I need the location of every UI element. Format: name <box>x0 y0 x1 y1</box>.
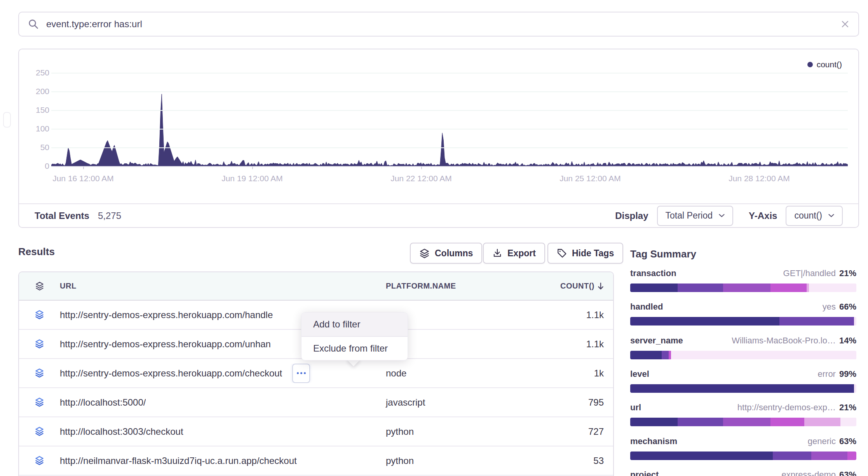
tag-bar-segment[interactable] <box>773 452 811 460</box>
tag-bar-segment[interactable] <box>854 317 856 326</box>
url-cell[interactable]: http://localhost:5000/ <box>60 397 146 408</box>
tag-name: mechanism <box>630 436 677 446</box>
tag-bar-segment[interactable] <box>847 452 856 460</box>
count-cell: 1.1k <box>537 339 613 350</box>
tag-distribution-bar[interactable] <box>630 351 856 359</box>
tag-bar-segment[interactable] <box>811 452 847 460</box>
search-input[interactable] <box>45 18 840 30</box>
tag-bar-segment[interactable] <box>770 418 804 426</box>
tag-bar-segment[interactable] <box>723 418 770 426</box>
tag-block: level error 99% <box>630 369 856 393</box>
search-icon <box>28 18 39 30</box>
tag-bar-segment[interactable] <box>854 384 856 393</box>
tag-distribution-bar[interactable] <box>630 284 856 292</box>
download-icon <box>492 248 502 258</box>
count-cell: 795 <box>537 397 613 408</box>
table-row[interactable]: http://neilmanvar-flask-m3uuizd7iq-uc.a.… <box>19 446 613 475</box>
y-axis-tick-label: 0 <box>22 161 49 171</box>
results-heading: Results <box>18 246 55 258</box>
event-stack-icon <box>19 310 60 320</box>
chart-legend-count[interactable]: count() <box>807 60 842 69</box>
tag-bar-segment[interactable] <box>630 418 678 426</box>
tag-bar-segment[interactable] <box>671 351 856 359</box>
chevron-down-icon <box>719 214 725 217</box>
x-axis-tick-label: Jun 19 12:00 AM <box>221 174 283 183</box>
tag-bar-segment[interactable] <box>678 284 723 292</box>
tag-bar-segment[interactable] <box>723 284 770 292</box>
tag-block: project express-demo 63% <box>630 470 856 476</box>
tag-distribution-bar[interactable] <box>630 384 856 393</box>
tag-bar-segment[interactable] <box>779 317 854 326</box>
tag-top-percent: 21% <box>839 402 856 413</box>
events-area-chart[interactable] <box>51 70 848 166</box>
tag-top-percent: 66% <box>839 302 856 312</box>
header-layers-icon <box>19 281 60 291</box>
sidebar-collapse-handle[interactable] <box>3 112 11 128</box>
x-axis-tick-mark <box>590 166 591 169</box>
tag-name: project <box>630 470 659 476</box>
menu-item-exclude-from-filter[interactable]: Exclude from filter <box>302 337 408 360</box>
tag-name: level <box>630 369 649 379</box>
chart-gridline <box>51 91 848 92</box>
sort-desc-icon <box>598 282 604 290</box>
display-dropdown[interactable]: Total Period <box>657 206 733 226</box>
table-row[interactable]: http://localhost:5000/ javascript 795 <box>19 387 613 416</box>
tag-block: url http://sentry-demos-exp… 21% <box>630 402 856 426</box>
tag-distribution-bar[interactable] <box>630 317 856 326</box>
tag-bar-segment[interactable] <box>630 452 773 460</box>
column-header-url[interactable]: URL <box>60 282 386 290</box>
tag-bar-segment[interactable] <box>809 284 856 292</box>
tag-top-percent: 63% <box>839 470 856 476</box>
tag-bar-segment[interactable] <box>678 418 723 426</box>
url-cell[interactable]: http://sentry-demos-express.herokuapp.co… <box>60 339 271 350</box>
tag-summary-heading: Tag Summary <box>630 248 696 260</box>
tag-name: url <box>630 402 641 413</box>
tag-bar-segment[interactable] <box>630 384 854 393</box>
tag-bar-segment[interactable] <box>840 418 856 426</box>
tag-top-percent: 14% <box>839 336 856 346</box>
y-axis-tick-label: 200 <box>22 87 49 96</box>
tag-distribution-bar[interactable] <box>630 452 856 460</box>
tag-bar-segment[interactable] <box>630 351 662 359</box>
export-button[interactable]: Export <box>483 243 545 264</box>
clear-search-icon[interactable] <box>840 19 850 29</box>
yaxis-dropdown-value: count() <box>794 210 822 221</box>
tag-bar-segment[interactable] <box>630 284 678 292</box>
tag-bar-segment[interactable] <box>804 418 840 426</box>
tag-top-percent: 99% <box>839 369 856 379</box>
url-cell[interactable]: http://neilmanvar-flask-m3uuizd7iq-uc.a.… <box>60 455 297 466</box>
menu-item-add-to-filter[interactable]: Add to filter <box>302 313 408 336</box>
column-header-platform[interactable]: PLATFORM.NAME <box>386 282 537 290</box>
total-events-value: 5,275 <box>98 210 121 221</box>
url-cell[interactable]: http://sentry-demos-express.herokuapp.co… <box>60 368 282 379</box>
chart-footer: Total Events 5,275 Display Total Period … <box>19 203 858 227</box>
tag-block: server_name Williams-MacBook-Pro.lo… 14% <box>630 336 856 359</box>
tag-block: handled yes 66% <box>630 302 856 326</box>
event-stack-icon <box>19 397 60 408</box>
row-actions-button[interactable] <box>292 364 310 383</box>
platform-cell: python <box>386 455 537 466</box>
columns-button[interactable]: Columns <box>410 243 482 264</box>
y-axis-tick-label: 150 <box>22 105 49 115</box>
hide-tags-button[interactable]: Hide Tags <box>547 243 623 264</box>
chart-gridline <box>51 129 848 130</box>
tag-bar-segment[interactable] <box>662 351 668 359</box>
display-label: Display <box>615 210 648 221</box>
chart-gridline <box>51 166 848 167</box>
legend-dot-icon <box>807 62 813 67</box>
x-axis-tick-mark <box>252 166 253 169</box>
yaxis-dropdown[interactable]: count() <box>786 206 843 226</box>
event-stack-icon <box>19 368 60 378</box>
table-row[interactable]: http://sentry-demos-express.herokuapp.co… <box>19 358 613 387</box>
url-cell[interactable]: http://localhost:3003/checkout <box>60 426 183 437</box>
tag-distribution-bar[interactable] <box>630 418 856 426</box>
search-bar[interactable] <box>18 12 859 37</box>
columns-button-label: Columns <box>435 248 473 259</box>
column-header-count[interactable]: COUNT() <box>537 282 613 290</box>
tag-bar-segment[interactable] <box>770 284 807 292</box>
y-axis-tick-label: 100 <box>22 124 49 133</box>
table-row[interactable]: http://localhost:3003/checkout python 72… <box>19 416 613 446</box>
hide-tags-button-label: Hide Tags <box>572 248 614 259</box>
tag-bar-segment[interactable] <box>630 317 779 326</box>
url-cell[interactable]: http://sentry-demos-express.herokuapp.co… <box>60 310 273 320</box>
